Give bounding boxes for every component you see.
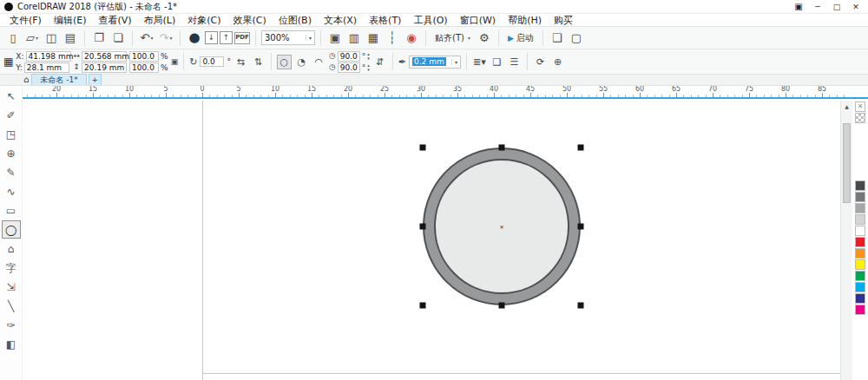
pie-mode-button[interactable]: ◔ [294,55,309,69]
object-width-field[interactable]: 20.568 mm [82,51,127,62]
eyedropper-tool[interactable]: ✑ [2,316,21,334]
export-button[interactable]: ↑ [220,31,233,44]
misc-button-1[interactable]: ❑ [490,55,504,69]
paste-button[interactable]: ❏ [109,29,127,47]
menu-object[interactable]: 对象(C) [181,14,227,27]
object-height-field[interactable]: 20.19 mm [82,62,127,73]
menu-layout[interactable]: 布局(L) [138,14,182,27]
x-position-field[interactable]: 41.198 mm [26,51,71,62]
snap-to-dropdown[interactable]: 贴齐(T)▾ [431,29,474,47]
misc-button-2[interactable]: ☰ [507,55,522,69]
object-grid-icon[interactable]: ▦ [3,56,13,67]
print-button[interactable]: ▤ [62,29,79,47]
save-button[interactable]: ◫ [43,29,60,47]
color-swatch[interactable] [855,248,865,259]
show-guidelines-button[interactable]: ┆ [384,29,401,47]
menu-effects[interactable]: 效果(C) [227,14,273,27]
color-swatch[interactable] [855,293,865,304]
selection-handle[interactable] [420,145,426,151]
new-tab-button[interactable]: + [89,74,102,85]
start-angle-spinner[interactable]: ▴ ▾ [367,52,370,61]
selection-handle[interactable] [499,303,505,309]
open-button[interactable]: ▱▾ [23,29,41,47]
show-grid-button[interactable]: ▦ [365,29,382,47]
minimize-button[interactable]: ─ [810,1,825,12]
menu-buy[interactable]: 购买 [548,14,579,27]
artistic-media-tool[interactable]: ∿ [2,182,21,200]
color-swatch[interactable] [855,305,865,315]
zoom-tool[interactable]: ⊕ [2,144,21,162]
color-swatch[interactable] [855,271,865,281]
close-button[interactable]: ✕ [848,1,864,12]
selection-handle[interactable] [578,224,584,230]
maximize-button[interactable]: □ [829,1,845,12]
scale-y-field[interactable]: 100.0 [129,62,159,73]
color-swatch[interactable] [855,282,865,292]
mirror-vertical-button[interactable]: ⇅ [251,55,266,69]
menu-file[interactable]: 文件(F) [3,14,48,27]
selection-handle[interactable] [578,303,584,309]
pick-tool[interactable]: ↖ [2,87,21,105]
ellipse-tool[interactable]: ◯ [2,220,21,239]
no-color-swatch[interactable]: ✕ [855,102,865,112]
add-button[interactable]: ⊕ [550,55,565,69]
document-tab[interactable]: 未命名 -1* [31,74,86,85]
vertical-scrollbar[interactable]: ▲ [840,101,852,380]
zoom-level-combobox[interactable]: 300%▾ [261,30,315,45]
menu-bitmaps[interactable]: 位图(B) [273,14,318,27]
chevron-down-icon[interactable]: ▾ [306,35,312,41]
options-gear-button[interactable]: ⚙ [476,29,493,47]
rotation-angle-field[interactable]: 0.0 [200,56,224,67]
horizontal-ruler[interactable]: 2015105051015202530354045505560657075808… [23,86,868,99]
bezier-tool[interactable]: ╲ [2,297,21,315]
polygon-tool[interactable]: ⌂ [2,239,21,258]
registration-color-swatch[interactable] [855,113,865,123]
menu-window[interactable]: 窗口(W) [454,14,502,27]
dimension-tool[interactable]: ⇲ [2,278,21,296]
color-swatch[interactable] [855,203,865,213]
lock-ratio-icon[interactable]: ▣ [171,58,179,66]
refresh-button[interactable]: ⟳ [533,55,548,69]
shape-tool[interactable]: ✐ [2,106,21,124]
spin-down-icon[interactable]: ▾ [367,68,370,72]
color-swatch[interactable] [855,214,865,225]
color-swatch[interactable] [855,192,865,202]
scrollbar-thumb[interactable] [843,123,851,203]
color-swatch[interactable] [855,237,865,247]
color-swatch[interactable] [855,180,865,191]
scale-x-field[interactable]: 100.0 [129,51,159,62]
ellipse-mode-button[interactable]: ○ [277,55,292,69]
publish-pdf-button[interactable]: PDF [234,32,250,44]
new-document-button[interactable]: ▯ [4,29,22,47]
import-button[interactable]: ↓ [205,31,218,44]
menu-edit[interactable]: 编辑(E) [48,14,93,27]
launch-button[interactable]: ▶启动 [504,32,537,44]
show-rulers-button[interactable]: ▥ [345,29,363,47]
redo-button[interactable]: ↷▾ [157,29,174,47]
menu-help[interactable]: 帮助(H) [502,14,548,27]
menu-tools[interactable]: 工具(O) [407,14,453,27]
menu-text[interactable]: 文本(X) [318,14,363,27]
rectangle-tool[interactable]: ▭ [2,201,21,219]
home-icon[interactable]: ⌂ [23,75,29,85]
selection-handle[interactable] [420,303,426,309]
scroll-up-icon[interactable]: ▲ [841,101,852,112]
chevron-down-icon[interactable]: ▾ [451,59,457,65]
selection-handle[interactable] [578,145,584,151]
fullscreen-preview-button[interactable]: ▣ [326,29,344,47]
text-tool[interactable]: 字 [2,259,21,277]
arc-mode-button[interactable]: ◠ [312,55,326,69]
selection-handle[interactable] [499,145,505,151]
end-angle-spinner[interactable]: ▴ ▾ [367,63,370,72]
spin-down-icon[interactable]: ▾ [367,56,370,61]
interactive-fill-tool[interactable]: ◧ [2,335,21,353]
user-account-icon[interactable]: ▣ [791,1,806,12]
menu-view[interactable]: 查看(V) [92,14,137,27]
mirror-horizontal-button[interactable]: ⇆ [233,55,248,69]
undo-button[interactable]: ↶▾ [138,29,155,47]
color-swatch[interactable] [855,259,865,270]
menu-table[interactable]: 表格(T) [363,14,407,27]
wrap-text-button[interactable]: ≣ ▾ [472,55,487,69]
drawing-canvas[interactable]: ✕ [23,101,840,380]
app-icon-2[interactable]: ▢ [568,29,585,47]
